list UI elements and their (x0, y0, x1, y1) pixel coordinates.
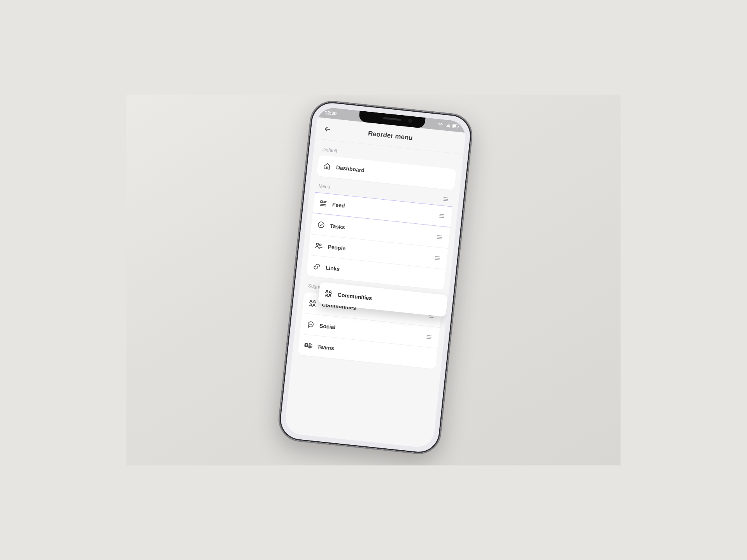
svg-point-35 (309, 324, 310, 325)
menu-card: Feed Tasks (306, 192, 453, 290)
svg-line-9 (323, 202, 326, 203)
home-icon (323, 162, 332, 171)
svg-point-43 (309, 343, 311, 345)
svg-line-39 (427, 337, 431, 337)
link-icon (312, 262, 321, 271)
svg-line-6 (444, 200, 448, 201)
svg-line-8 (324, 201, 326, 202)
svg-point-20 (319, 244, 321, 246)
svg-line-18 (437, 238, 442, 239)
svg-line-4 (444, 197, 448, 198)
phone-mockup: 12:30 Reord (276, 98, 475, 456)
svg-line-13 (439, 216, 444, 216)
svg-point-36 (310, 324, 311, 325)
svg-line-16 (437, 235, 442, 236)
svg-line-17 (437, 237, 442, 237)
svg-point-19 (316, 243, 319, 245)
svg-point-44 (311, 344, 312, 345)
chat-icon (306, 320, 315, 329)
communities-icon (324, 289, 333, 298)
svg-line-12 (440, 214, 444, 215)
row-label: Tasks (330, 223, 431, 239)
svg-line-5 (444, 199, 448, 199)
teams-icon: T (304, 341, 313, 350)
row-label: Communities (337, 291, 442, 309)
svg-line-40 (426, 338, 431, 339)
status-time: 12:30 (324, 110, 337, 116)
row-label: Teams (317, 343, 431, 362)
row-label: Feed (332, 201, 433, 218)
svg-rect-7 (321, 201, 323, 203)
check-circle-icon (316, 220, 326, 229)
wifi-icon (437, 122, 443, 127)
communities-icon (308, 298, 317, 308)
svg-line-33 (429, 317, 433, 318)
drag-handle-icon[interactable] (441, 195, 451, 204)
svg-line-21 (435, 256, 440, 257)
drag-handle-icon[interactable] (424, 332, 434, 342)
svg-rect-3 (453, 125, 456, 127)
svg-line-14 (439, 217, 444, 218)
feed-icon (319, 199, 328, 208)
svg-line-32 (429, 316, 434, 316)
row-label: Social (319, 322, 421, 339)
screen: 12:30 Reord (284, 106, 467, 449)
people-icon (314, 241, 324, 250)
svg-point-15 (318, 221, 324, 228)
drag-handle-icon[interactable] (433, 253, 442, 263)
cellular-icon (445, 123, 450, 128)
back-button[interactable] (320, 121, 335, 137)
svg-line-23 (435, 259, 440, 260)
svg-point-0 (440, 126, 441, 126)
drag-handle-icon[interactable] (437, 211, 446, 221)
svg-rect-2 (458, 126, 459, 127)
drag-handle-icon[interactable] (435, 232, 444, 242)
svg-line-38 (427, 335, 431, 335)
section-label-menu: Menu (318, 183, 330, 190)
svg-point-37 (311, 324, 312, 325)
row-label: People (328, 243, 429, 260)
battery-icon (452, 124, 459, 129)
svg-line-10 (320, 204, 326, 205)
svg-line-22 (435, 258, 440, 258)
svg-line-11 (320, 205, 326, 206)
